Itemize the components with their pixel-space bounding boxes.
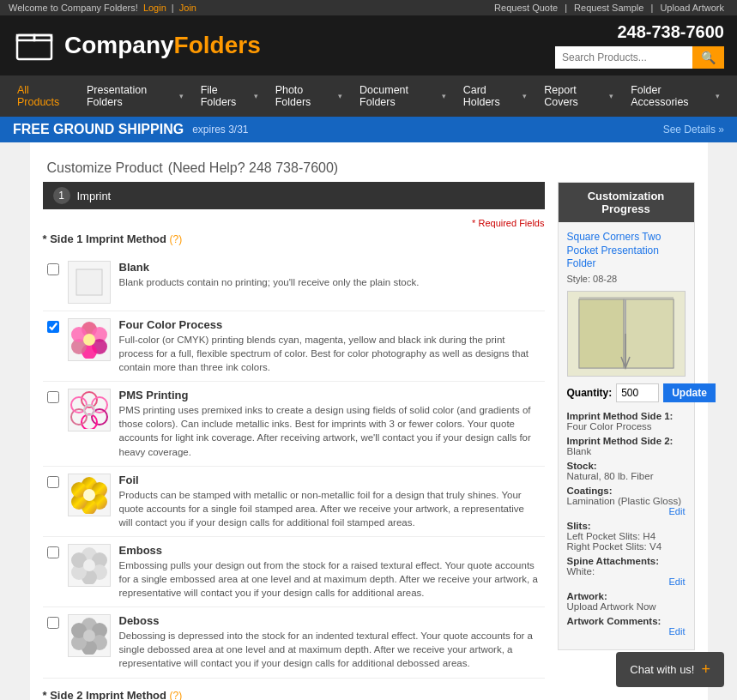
svg-point-8 xyxy=(83,334,95,346)
option-title-foil: Foil xyxy=(119,474,541,486)
logo-area: CompanyFolders xyxy=(13,28,261,63)
logo-icon xyxy=(13,28,56,63)
chat-label: Chat with us! xyxy=(630,663,694,676)
request-sample-link[interactable]: Request Sample xyxy=(574,3,643,13)
product-link[interactable]: Square Corners Two Pocket Presentation F… xyxy=(567,231,686,271)
header-right: 248-738-7600 🔍 xyxy=(555,22,724,69)
section-header: 1 Imprint xyxy=(43,182,545,209)
summary-area: Imprint Method Side 1: Four Color Proces… xyxy=(567,411,686,637)
upload-artwork-link[interactable]: Upload Artwork xyxy=(660,3,724,13)
customization-progress-title: Customization Progress xyxy=(559,183,694,222)
join-link[interactable]: Join xyxy=(179,3,196,13)
svg-point-29 xyxy=(83,559,95,571)
top-bar-welcome: Welcome to Company Folders! Login | Join xyxy=(9,3,199,13)
section-number: 1 xyxy=(53,187,70,204)
option-title-emboss: Emboss xyxy=(119,544,541,557)
side-panel: Customization Progress Square Corners Tw… xyxy=(558,182,695,700)
quantity-input[interactable] xyxy=(616,383,659,402)
shipping-expires: expires 3/31 xyxy=(192,124,248,136)
option-img-four-color xyxy=(68,318,111,361)
svg-rect-39 xyxy=(579,299,624,368)
option-content-foil: Foil Products can be stamped with metall… xyxy=(119,474,541,529)
product-thumbnail xyxy=(567,291,686,377)
nav-folder-accessories[interactable]: Folder Accessories ▾ xyxy=(622,75,728,117)
page-subtitle: (Need Help? 248 738-7600) xyxy=(168,160,338,175)
nav-report-covers[interactable]: Report Covers ▾ xyxy=(535,75,622,117)
update-button[interactable]: Update xyxy=(663,383,716,402)
svg-rect-40 xyxy=(624,299,674,368)
checkbox-emboss[interactable] xyxy=(47,546,59,558)
search-button[interactable]: 🔍 xyxy=(692,46,724,69)
header: CompanyFolders 248-738-7600 🔍 xyxy=(0,15,737,75)
option-title-deboss: Deboss xyxy=(119,614,541,627)
option-title-blank: Blank xyxy=(119,261,541,274)
option-content-emboss: Emboss Embossing pulls your design out f… xyxy=(119,544,541,600)
checkbox-deboss[interactable] xyxy=(47,617,59,629)
summary-stock: Stock: Natural, 80 lb. Fiber xyxy=(567,461,686,481)
required-note: Required Fields xyxy=(43,218,545,228)
product-thumb-svg xyxy=(575,295,678,372)
search-input[interactable] xyxy=(555,46,692,69)
nav-file-folders[interactable]: File Folders ▾ xyxy=(192,75,267,117)
foil-icon xyxy=(70,476,108,514)
checkbox-pms[interactable] xyxy=(47,391,59,403)
emboss-icon xyxy=(70,546,108,584)
main-wrapper: Customize Product (Need Help? 248 738-76… xyxy=(30,142,708,700)
content-area: 1 Imprint Required Fields * Side 1 Impri… xyxy=(30,182,708,700)
shipping-details-link[interactable]: See Details » xyxy=(663,124,724,136)
quantity-label: Quantity: xyxy=(567,387,613,399)
summary-artwork: Artwork: Upload Artwork Now xyxy=(567,591,686,612)
required-fields-text: Required Fields xyxy=(478,218,544,228)
option-title-four-color: Four Color Process xyxy=(119,318,541,331)
request-quote-link[interactable]: Request Quote xyxy=(494,3,558,13)
option-desc-blank: Blank products contain no printing; you'… xyxy=(119,275,541,289)
side2-help-link[interactable]: (?) xyxy=(170,690,183,701)
summary-spine: Spine Attachments: White: Edit xyxy=(567,556,686,587)
main-panel: 1 Imprint Required Fields * Side 1 Impri… xyxy=(43,182,545,700)
flower-pink-icon xyxy=(70,321,108,359)
blank-icon xyxy=(72,265,106,299)
option-img-emboss xyxy=(68,544,111,587)
nav-bar: All Products Presentation Folders ▾ File… xyxy=(0,75,737,117)
checkbox-four-color[interactable] xyxy=(47,321,59,333)
option-img-deboss xyxy=(68,614,111,657)
edit-coatings-link[interactable]: Edit xyxy=(567,506,686,516)
option-desc-pms: PMS printing uses premixed inks to creat… xyxy=(119,403,541,458)
checkbox-foil[interactable] xyxy=(47,476,59,488)
option-foil: Foil Products can be stamped with metall… xyxy=(43,467,545,537)
edit-spine-link[interactable]: Edit xyxy=(567,576,686,587)
nav-document-folders[interactable]: Document Folders ▾ xyxy=(351,75,455,117)
side1-help-link[interactable]: (?) xyxy=(170,233,183,245)
option-desc-deboss: Debossing is depressed into the stock fo… xyxy=(119,629,541,670)
option-deboss: Deboss Debossing is depressed into the s… xyxy=(43,607,545,678)
nav-presentation-folders[interactable]: Presentation Folders ▾ xyxy=(78,75,192,117)
nav-all-products[interactable]: All Products xyxy=(9,75,78,117)
summary-slits: Slits: Left Pocket Slits: H4 Right Pocke… xyxy=(567,521,686,552)
checkbox-blank[interactable] xyxy=(47,263,59,275)
summary-imprint-side2: Imprint Method Side 2: Blank xyxy=(567,436,686,456)
option-img-blank xyxy=(68,261,111,304)
option-blank: Blank Blank products contain no printing… xyxy=(43,254,545,311)
phone-number: 248-738-7600 xyxy=(555,22,724,42)
option-four-color: Four Color Process Full-color (or CMYK) … xyxy=(43,311,545,382)
option-desc-foil: Products can be stamped with metallic or… xyxy=(119,488,541,529)
logo-folders: Folders xyxy=(174,32,261,58)
login-link[interactable]: Login xyxy=(143,3,166,13)
edit-artwork-comments-link[interactable]: Edit xyxy=(567,626,686,637)
logo-text: CompanyFolders xyxy=(64,32,261,59)
search-area: 🔍 xyxy=(555,46,724,69)
logo-company: Company xyxy=(64,32,174,58)
chat-button[interactable]: Chat with us! + xyxy=(616,652,724,687)
side-panel-box: Customization Progress Square Corners Tw… xyxy=(558,182,695,650)
option-title-pms: PMS Printing xyxy=(119,389,541,401)
option-content-blank: Blank Blank products contain no printing… xyxy=(119,261,541,289)
svg-rect-1 xyxy=(76,269,102,295)
option-content-four-color: Four Color Process Full-color (or CMYK) … xyxy=(119,318,541,374)
style-text: Style: 08-28 xyxy=(567,274,686,284)
svg-point-36 xyxy=(83,630,95,642)
shipping-title: FREE GROUND SHIPPING xyxy=(13,122,184,137)
welcome-text: Welcome to Company Folders! xyxy=(9,3,138,13)
nav-card-holders[interactable]: Card Holders ▾ xyxy=(455,75,536,117)
nav-photo-folders[interactable]: Photo Folders ▾ xyxy=(267,75,351,117)
option-emboss: Emboss Embossing pulls your design out f… xyxy=(43,537,545,607)
